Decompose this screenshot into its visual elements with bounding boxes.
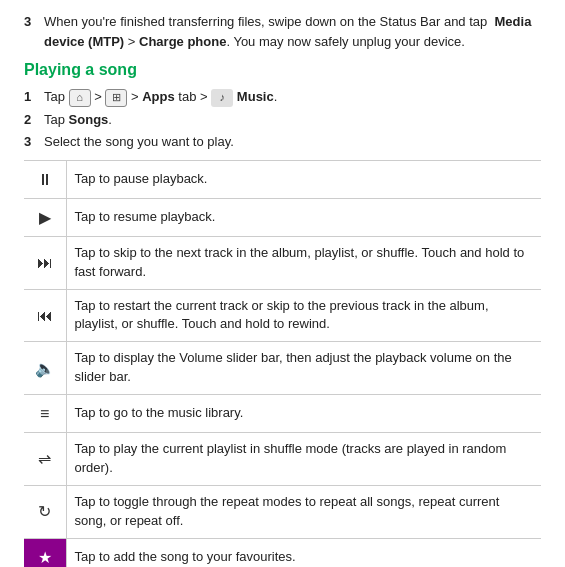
- playing-step-1-number: 1: [24, 87, 38, 107]
- apps-tab-label: Apps: [142, 89, 175, 104]
- desc-cell-8: Tap to add the song to your favourites.: [66, 538, 541, 567]
- table-row: ⏮Tap to restart the current track or ski…: [24, 289, 541, 342]
- music-label: Music: [237, 89, 274, 104]
- desc-cell-7: Tap to toggle through the repeat modes t…: [66, 485, 541, 538]
- table-row: ★Tap to add the song to your favourites.: [24, 538, 541, 567]
- desc-cell-0: Tap to pause playback.: [66, 160, 541, 198]
- table-row: ≡Tap to go to the music library.: [24, 395, 541, 433]
- intro-text-after: . You may now safely unplug your device.: [226, 34, 464, 49]
- playing-step-1: 1 Tap ⌂ > ⊞ > Apps tab > ♪ Music.: [24, 87, 541, 107]
- songs-label: Songs: [69, 112, 109, 127]
- intro-step-number: 3: [24, 12, 38, 51]
- playing-step-3-number: 3: [24, 132, 38, 152]
- intro-connector: >: [124, 34, 139, 49]
- desc-cell-3: Tap to restart the current track or skip…: [66, 289, 541, 342]
- playing-step-3-text: Select the song you want to play.: [44, 132, 541, 152]
- icon-table: ⏸Tap to pause playback.▶Tap to resume pl…: [24, 160, 541, 567]
- playing-step-2: 2 Tap Songs.: [24, 110, 541, 130]
- table-row: ↻Tap to toggle through the repeat modes …: [24, 485, 541, 538]
- table-row: ⏸Tap to pause playback.: [24, 160, 541, 198]
- icon-cell-5: ≡: [24, 395, 66, 433]
- intro-step-text: When you're finished transferring files,…: [44, 12, 541, 51]
- icon-cell-7: ↻: [24, 485, 66, 538]
- playing-step-1-text: Tap ⌂ > ⊞ > Apps tab > ♪ Music.: [44, 87, 541, 107]
- icon-cell-0: ⏸: [24, 160, 66, 198]
- intro-text-before: When you're finished transferring files,…: [44, 14, 487, 29]
- home-icon: ⌂: [69, 89, 91, 107]
- icon-cell-8: ★: [24, 538, 66, 567]
- icon-cell-6: ⇌: [24, 433, 66, 486]
- table-row: ▶Tap to resume playback.: [24, 198, 541, 236]
- icon-cell-4: 🔈: [24, 342, 66, 395]
- icon-cell-3: ⏮: [24, 289, 66, 342]
- intro-bold2: Charge phone: [139, 34, 226, 49]
- table-row: ⇌Tap to play the current playlist in shu…: [24, 433, 541, 486]
- playing-steps: 1 Tap ⌂ > ⊞ > Apps tab > ♪ Music. 2 Tap …: [24, 87, 541, 152]
- music-icon: ♪: [211, 89, 233, 107]
- playing-step-3: 3 Select the song you want to play.: [24, 132, 541, 152]
- playing-step-2-number: 2: [24, 110, 38, 130]
- table-row: ⏭Tap to skip to the next track in the al…: [24, 236, 541, 289]
- desc-cell-1: Tap to resume playback.: [66, 198, 541, 236]
- desc-cell-5: Tap to go to the music library.: [66, 395, 541, 433]
- desc-cell-2: Tap to skip to the next track in the alb…: [66, 236, 541, 289]
- section-title: Playing a song: [24, 61, 541, 79]
- playing-step-2-text: Tap Songs.: [44, 110, 541, 130]
- table-row: 🔈Tap to display the Volume slider bar, t…: [24, 342, 541, 395]
- desc-cell-4: Tap to display the Volume slider bar, th…: [66, 342, 541, 395]
- intro-step: 3 When you're finished transferring file…: [24, 12, 541, 51]
- icon-cell-2: ⏭: [24, 236, 66, 289]
- grid-icon: ⊞: [105, 89, 127, 107]
- icon-cell-1: ▶: [24, 198, 66, 236]
- desc-cell-6: Tap to play the current playlist in shuf…: [66, 433, 541, 486]
